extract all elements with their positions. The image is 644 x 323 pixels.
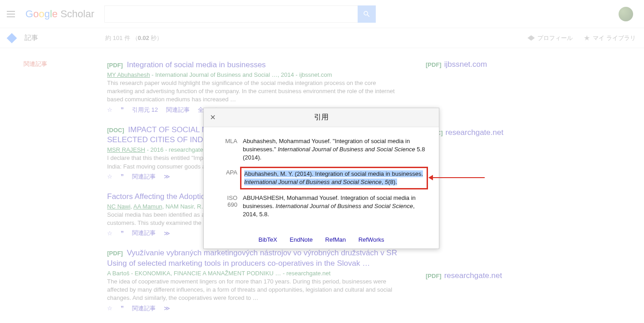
close-button[interactable] <box>209 114 216 123</box>
close-icon <box>209 114 216 121</box>
modal-header: 引用 <box>204 108 439 127</box>
modal-export-links: BibTeX EndNote RefMan RefWorks <box>204 234 439 248</box>
annotation-arrow <box>430 177 485 178</box>
modal-body: MLA Abuhashesh, Mohammad Yousef. "Integr… <box>204 127 439 234</box>
cite-text[interactable]: Abuhashesh, Mohammad Yousef. "Integratio… <box>243 137 425 162</box>
cite-row-mla: MLA Abuhashesh, Mohammad Yousef. "Integr… <box>217 137 425 162</box>
refman-link[interactable]: RefMan <box>325 236 346 243</box>
refworks-link[interactable]: RefWorks <box>359 236 384 243</box>
cite-modal: 引用 MLA Abuhashesh, Mohammad Yousef. "Int… <box>203 108 439 249</box>
cite-text-selected[interactable]: Abuhashesh, M. Y. (2014). Integration of… <box>240 167 428 189</box>
endnote-link[interactable]: EndNote <box>290 236 313 243</box>
bibtex-link[interactable]: BibTeX <box>258 236 277 243</box>
modal-title: 引用 <box>314 113 329 122</box>
cite-row-apa: APA Abuhashesh, M. Y. (2014). Integratio… <box>217 169 425 188</box>
cite-text[interactable]: ABUHASHESH, Mohammad Yousef. Integration… <box>243 194 425 219</box>
cite-row-iso690: ISO 690 ABUHASHESH, Mohammad Yousef. Int… <box>217 194 425 219</box>
